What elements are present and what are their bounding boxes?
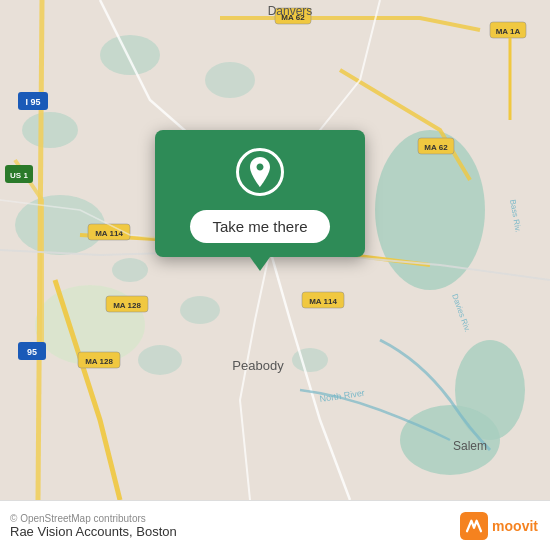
svg-text:MA 128: MA 128 <box>85 357 113 366</box>
place-name: Rae Vision Accounts <box>10 524 129 539</box>
svg-point-7 <box>138 345 182 375</box>
moovit-brand-text: moovit <box>492 518 538 534</box>
map-container: I 95 US 1 MA 62 MA 62 MA 1A MA 114 MA 11… <box>0 0 550 500</box>
svg-point-11 <box>205 62 255 98</box>
svg-text:MA 62: MA 62 <box>424 143 448 152</box>
svg-text:MA 114: MA 114 <box>309 297 337 306</box>
svg-text:Danvers: Danvers <box>268 4 313 18</box>
svg-text:Salem: Salem <box>453 439 487 453</box>
svg-text:I 95: I 95 <box>25 97 40 107</box>
svg-text:US 1: US 1 <box>10 171 28 180</box>
city-name: Boston <box>136 524 176 539</box>
svg-point-8 <box>112 258 148 282</box>
location-pin-icon <box>247 157 273 187</box>
svg-point-9 <box>292 348 328 372</box>
svg-text:Peabody: Peabody <box>232 358 284 373</box>
popup-card: Take me there <box>155 130 365 257</box>
svg-point-2 <box>22 112 78 148</box>
svg-text:MA 128: MA 128 <box>113 301 141 310</box>
moovit-icon <box>460 512 488 540</box>
svg-point-6 <box>180 296 220 324</box>
location-icon-circle <box>236 148 284 196</box>
svg-point-10 <box>100 35 160 75</box>
bottom-info: © OpenStreetMap contributors Rae Vision … <box>10 513 177 539</box>
attribution-text: © OpenStreetMap contributors <box>10 513 177 524</box>
place-info-text: Rae Vision Accounts, Boston <box>10 524 177 539</box>
svg-text:95: 95 <box>27 347 37 357</box>
svg-text:MA 1A: MA 1A <box>496 27 521 36</box>
bottom-bar: © OpenStreetMap contributors Rae Vision … <box>0 500 550 550</box>
take-me-there-button[interactable]: Take me there <box>190 210 329 243</box>
moovit-logo: moovit <box>460 512 538 540</box>
